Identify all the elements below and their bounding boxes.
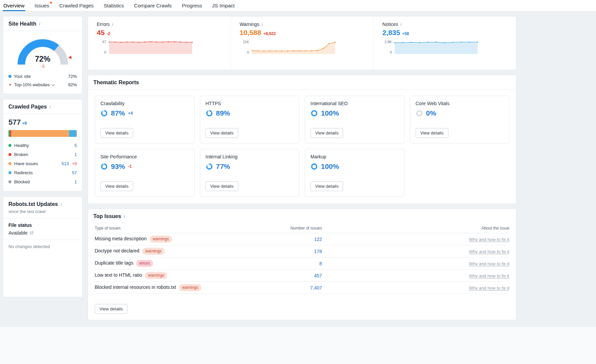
progress-ring-icon <box>206 163 213 170</box>
progress-ring-icon <box>310 163 318 170</box>
legend-broken: Broken 1 <box>8 150 77 159</box>
legend-blocked: Blocked 1 <box>8 177 77 186</box>
report-markup: Markup 100% View details <box>305 149 405 197</box>
table-header: Type of issues Number of issues About th… <box>95 223 509 233</box>
tab-issues[interactable]: Issues <box>34 0 50 11</box>
fix-it-link[interactable]: Why and how to fix it <box>469 261 509 266</box>
site-health-title: Site Health <box>8 21 36 27</box>
progress-ring-icon <box>310 110 318 117</box>
info-icon[interactable]: i <box>49 105 51 109</box>
info-icon[interactable]: i <box>123 214 125 218</box>
info-icon[interactable]: i <box>400 22 401 26</box>
table-row: Doctype not declaredwarnings 178 Why and… <box>95 245 509 257</box>
tab-statistics[interactable]: Statistics <box>103 0 125 11</box>
external-link-icon <box>30 231 34 235</box>
gray-dot-icon <box>8 180 11 183</box>
view-details-button[interactable]: View details <box>310 128 343 138</box>
severity-badge: warnings <box>150 236 172 243</box>
have-issues-count-link[interactable]: 513 <box>62 161 69 166</box>
robots-note: No changes detected <box>3 240 82 253</box>
issues-notification-dot <box>50 2 52 4</box>
issue-name: Blocked internal resources in robots.txt <box>95 284 176 290</box>
y-min: 0 <box>97 50 106 54</box>
tab-overview[interactable]: Overview <box>3 0 25 11</box>
report-label: Internal Linking <box>206 154 294 159</box>
severity-badge: warnings <box>142 248 165 255</box>
site-health-gauge: 72% -3 <box>11 34 75 69</box>
warnings-delta: +8,022 <box>263 31 276 36</box>
view-details-button[interactable]: View details <box>100 181 133 191</box>
divider <box>3 31 82 31</box>
warnings-metric: Warnings i 10,588+8,022 11K 0 <box>231 17 374 70</box>
tab-compare-crawls[interactable]: Compare Crawls <box>133 0 173 11</box>
view-details-button[interactable]: View details <box>206 128 238 138</box>
file-status-link[interactable]: Available <box>8 230 77 236</box>
tab-js-impact[interactable]: JS Impact <box>211 0 235 11</box>
info-icon[interactable]: i <box>261 22 263 26</box>
issue-count-link[interactable]: 122 <box>314 237 322 242</box>
progress-ring-icon <box>206 110 213 117</box>
tab-progress[interactable]: Progress <box>181 0 203 11</box>
report-score: 0% <box>426 109 436 117</box>
notices-y-axis: 2.8K 0 <box>382 40 392 55</box>
issue-count-link[interactable]: 8 <box>319 261 322 266</box>
view-details-button[interactable]: View details <box>95 304 127 314</box>
severity-badge: warnings <box>179 284 201 291</box>
info-icon[interactable]: i <box>39 22 40 26</box>
top-issues-table: Type of issues Number of issues About th… <box>88 223 516 299</box>
broken-count-link[interactable]: 1 <box>74 152 77 157</box>
crawled-pages-card: Crawled Pages i 577+9 Healthy 5 Broken 1 <box>3 99 83 191</box>
green-dot-icon <box>8 144 11 147</box>
notices-delta: +58 <box>402 31 409 36</box>
y-max: 2.8K <box>382 40 392 44</box>
file-status-label: File status <box>8 222 77 228</box>
chevron-down-icon[interactable] <box>52 83 55 86</box>
main-column: Errors i 45-2 47 0 Warnings i <box>88 16 516 320</box>
report-label: Core Web Vitals <box>416 101 504 106</box>
view-details-button[interactable]: View details <box>100 128 133 138</box>
benchmark-label: Top-10% websites <box>14 82 50 87</box>
issue-name: Duplicate title tags <box>95 260 133 266</box>
legend-have-issues: Have issues 513 +9 <box>8 159 77 168</box>
crawled-pages-title: Crawled Pages <box>8 104 47 110</box>
warnings-y-axis: 11K 0 <box>240 40 249 55</box>
issue-count-link[interactable]: 7,407 <box>310 285 322 291</box>
orange-dot-icon <box>8 162 11 165</box>
fix-it-link[interactable]: Why and how to fix it <box>469 249 509 254</box>
fix-it-link[interactable]: Why and how to fix it <box>469 285 509 291</box>
issue-name: Low text to HTML ratio <box>95 272 142 278</box>
view-details-button[interactable]: View details <box>206 181 238 191</box>
warnings-sparkline <box>251 40 336 55</box>
have-issues-delta: +9 <box>72 161 77 166</box>
tab-statistics-label: Statistics <box>104 3 124 8</box>
top-issues-title: Top Issues <box>93 213 121 219</box>
view-details-button[interactable]: View details <box>416 128 448 138</box>
progress-ring-icon <box>416 110 423 117</box>
report-score: 87% <box>111 109 125 117</box>
fix-it-link[interactable]: Why and how to fix it <box>469 273 509 278</box>
view-details-button[interactable]: View details <box>310 181 343 191</box>
fix-it-link[interactable]: Why and how to fix it <box>469 237 509 242</box>
robots-title: Robots.txt Updates <box>8 201 58 207</box>
issue-count-link[interactable]: 178 <box>314 249 322 254</box>
info-icon[interactable]: i <box>112 22 113 26</box>
top-issues-card: Top Issues i Type of issues Number of is… <box>88 209 516 320</box>
tab-crawled-pages[interactable]: Crawled Pages <box>59 0 94 11</box>
report-international-seo: International SEO 100% View details <box>305 96 405 144</box>
y-min: 0 <box>382 50 392 54</box>
tab-js-impact-label: JS Impact <box>212 3 235 8</box>
red-dot-icon <box>8 153 11 156</box>
errors-value: 45 <box>97 29 105 36</box>
healthy-count-link[interactable]: 5 <box>74 143 77 148</box>
report-label: Crawlability <box>100 101 189 106</box>
blocked-count-link[interactable]: 1 <box>74 179 77 184</box>
redirects-count-link[interactable]: 57 <box>72 170 77 175</box>
severity-badge: warnings <box>145 272 167 279</box>
info-icon[interactable]: i <box>60 202 62 206</box>
thematic-reports-card: Thematic Reports Crawlability 87% +4 Vie… <box>88 75 516 204</box>
tab-progress-label: Progress <box>182 3 202 8</box>
issue-count-link[interactable]: 457 <box>314 273 322 278</box>
errors-y-axis: 47 0 <box>97 40 106 55</box>
legend-benchmark[interactable]: ▼ Top-10% websites 92% <box>8 81 77 89</box>
report-label: Site Performance <box>100 154 189 159</box>
